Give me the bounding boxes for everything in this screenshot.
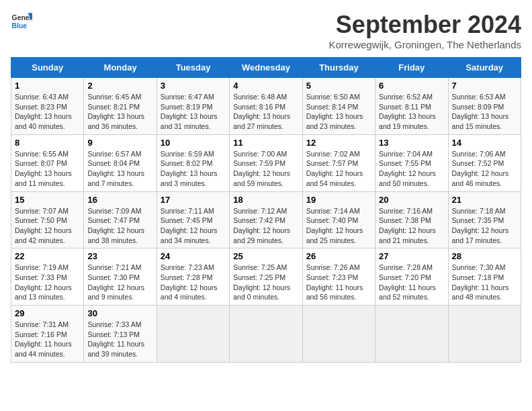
day-number: 20 <box>379 195 444 205</box>
calendar-cell: 29Sunrise: 7:31 AMSunset: 7:16 PMDayligh… <box>11 306 84 363</box>
day-number: 10 <box>161 138 226 148</box>
day-number: 16 <box>87 195 152 205</box>
day-detail: Sunrise: 7:19 AMSunset: 7:33 PMDaylight:… <box>15 263 80 302</box>
day-number: 4 <box>233 81 298 91</box>
day-detail: Sunrise: 7:04 AMSunset: 7:55 PMDaylight:… <box>379 149 444 189</box>
calendar-cell: 28Sunrise: 7:30 AMSunset: 7:18 PMDayligh… <box>448 248 521 306</box>
calendar-header-row: SundayMondayTuesdayWednesdayThursdayFrid… <box>11 58 521 78</box>
day-detail: Sunrise: 7:14 AMSunset: 7:40 PMDaylight:… <box>306 206 371 246</box>
calendar-cell: 14Sunrise: 7:06 AMSunset: 7:52 PMDayligh… <box>448 134 521 191</box>
calendar-table: SundayMondayTuesdayWednesdayThursdayFrid… <box>11 57 521 363</box>
calendar-cell <box>448 306 521 363</box>
day-detail: Sunrise: 7:02 AMSunset: 7:57 PMDaylight:… <box>306 149 371 189</box>
calendar-cell: 10Sunrise: 6:59 AMSunset: 8:02 PMDayligh… <box>157 134 229 191</box>
calendar-cell: 12Sunrise: 7:02 AMSunset: 7:57 PMDayligh… <box>302 134 375 191</box>
day-number: 25 <box>233 251 298 261</box>
day-detail: Sunrise: 6:43 AMSunset: 8:23 PMDaylight:… <box>15 92 80 132</box>
day-detail: Sunrise: 7:18 AMSunset: 7:35 PMDaylight:… <box>452 206 517 246</box>
calendar-cell: 3Sunrise: 6:47 AMSunset: 8:19 PMDaylight… <box>157 78 229 135</box>
day-detail: Sunrise: 7:30 AMSunset: 7:18 PMDaylight:… <box>452 263 517 302</box>
header-monday: Monday <box>84 58 157 78</box>
calendar-cell: 8Sunrise: 6:55 AMSunset: 8:07 PMDaylight… <box>11 134 84 191</box>
day-number: 13 <box>379 138 444 148</box>
header-sunday: Sunday <box>11 58 84 78</box>
day-number: 29 <box>15 308 80 318</box>
day-number: 27 <box>379 251 444 261</box>
calendar-week-3: 15Sunrise: 7:07 AMSunset: 7:50 PMDayligh… <box>11 191 521 248</box>
calendar-cell: 25Sunrise: 7:25 AMSunset: 7:25 PMDayligh… <box>230 248 302 306</box>
calendar-cell: 11Sunrise: 7:00 AMSunset: 7:59 PMDayligh… <box>230 134 302 191</box>
day-detail: Sunrise: 7:07 AMSunset: 7:50 PMDaylight:… <box>15 206 80 246</box>
calendar-cell: 22Sunrise: 7:19 AMSunset: 7:33 PMDayligh… <box>11 248 84 306</box>
day-detail: Sunrise: 6:55 AMSunset: 8:07 PMDaylight:… <box>15 149 80 189</box>
day-number: 3 <box>161 81 226 91</box>
calendar-cell: 7Sunrise: 6:53 AMSunset: 8:09 PMDaylight… <box>448 78 521 135</box>
calendar-cell: 20Sunrise: 7:16 AMSunset: 7:38 PMDayligh… <box>375 191 448 248</box>
day-number: 22 <box>15 251 80 261</box>
calendar-cell: 9Sunrise: 6:57 AMSunset: 8:04 PMDaylight… <box>84 134 157 191</box>
calendar-cell: 4Sunrise: 6:48 AMSunset: 8:16 PMDaylight… <box>230 78 302 135</box>
location-subtitle: Korrewegwijk, Groningen, The Netherlands <box>328 39 521 50</box>
day-detail: Sunrise: 6:59 AMSunset: 8:02 PMDaylight:… <box>161 149 226 189</box>
calendar-cell: 1Sunrise: 6:43 AMSunset: 8:23 PMDaylight… <box>11 78 84 135</box>
day-number: 9 <box>87 138 152 148</box>
day-detail: Sunrise: 6:57 AMSunset: 8:04 PMDaylight:… <box>87 149 152 189</box>
month-title: September 2024 <box>328 11 521 39</box>
svg-text:Blue: Blue <box>12 22 28 30</box>
day-number: 5 <box>306 81 371 91</box>
day-number: 15 <box>15 195 80 205</box>
calendar-cell: 2Sunrise: 6:45 AMSunset: 8:21 PMDaylight… <box>84 78 157 135</box>
day-detail: Sunrise: 7:26 AMSunset: 7:23 PMDaylight:… <box>306 263 371 302</box>
calendar-cell <box>230 306 302 363</box>
day-number: 24 <box>161 251 226 261</box>
day-detail: Sunrise: 7:11 AMSunset: 7:45 PMDaylight:… <box>161 206 226 246</box>
day-number: 26 <box>306 251 371 261</box>
day-number: 30 <box>87 308 152 318</box>
day-detail: Sunrise: 6:53 AMSunset: 8:09 PMDaylight:… <box>452 92 517 132</box>
day-detail: Sunrise: 7:23 AMSunset: 7:28 PMDaylight:… <box>161 263 226 302</box>
day-detail: Sunrise: 7:25 AMSunset: 7:25 PMDaylight:… <box>233 263 298 302</box>
day-detail: Sunrise: 6:48 AMSunset: 8:16 PMDaylight:… <box>233 92 298 132</box>
day-number: 23 <box>87 251 152 261</box>
day-detail: Sunrise: 7:33 AMSunset: 7:13 PMDaylight:… <box>87 320 152 359</box>
day-number: 6 <box>379 81 444 91</box>
calendar-cell: 18Sunrise: 7:12 AMSunset: 7:42 PMDayligh… <box>230 191 302 248</box>
day-number: 1 <box>15 81 80 91</box>
logo-icon: General Blue <box>11 11 32 32</box>
day-number: 7 <box>452 81 517 91</box>
day-detail: Sunrise: 7:28 AMSunset: 7:20 PMDaylight:… <box>379 263 444 302</box>
day-detail: Sunrise: 7:09 AMSunset: 7:47 PMDaylight:… <box>87 206 152 246</box>
day-number: 17 <box>161 195 226 205</box>
calendar-cell: 24Sunrise: 7:23 AMSunset: 7:28 PMDayligh… <box>157 248 229 306</box>
calendar-cell: 19Sunrise: 7:14 AMSunset: 7:40 PMDayligh… <box>302 191 375 248</box>
day-detail: Sunrise: 6:45 AMSunset: 8:21 PMDaylight:… <box>87 92 152 132</box>
calendar-cell: 23Sunrise: 7:21 AMSunset: 7:30 PMDayligh… <box>84 248 157 306</box>
calendar-cell: 15Sunrise: 7:07 AMSunset: 7:50 PMDayligh… <box>11 191 84 248</box>
day-number: 11 <box>233 138 298 148</box>
header-saturday: Saturday <box>448 58 521 78</box>
calendar-cell: 21Sunrise: 7:18 AMSunset: 7:35 PMDayligh… <box>448 191 521 248</box>
day-number: 21 <box>452 195 517 205</box>
header-friday: Friday <box>375 58 448 78</box>
calendar-cell: 5Sunrise: 6:50 AMSunset: 8:14 PMDaylight… <box>302 78 375 135</box>
day-detail: Sunrise: 6:52 AMSunset: 8:11 PMDaylight:… <box>379 92 444 132</box>
calendar-cell: 13Sunrise: 7:04 AMSunset: 7:55 PMDayligh… <box>375 134 448 191</box>
calendar-week-5: 29Sunrise: 7:31 AMSunset: 7:16 PMDayligh… <box>11 306 521 363</box>
header-thursday: Thursday <box>302 58 375 78</box>
title-block: September 2024 Korrewegwijk, Groningen, … <box>328 11 521 50</box>
calendar-cell: 6Sunrise: 6:52 AMSunset: 8:11 PMDaylight… <box>375 78 448 135</box>
day-number: 18 <box>233 195 298 205</box>
day-detail: Sunrise: 7:00 AMSunset: 7:59 PMDaylight:… <box>233 149 298 189</box>
day-number: 8 <box>15 138 80 148</box>
day-detail: Sunrise: 7:16 AMSunset: 7:38 PMDaylight:… <box>379 206 444 246</box>
day-number: 14 <box>452 138 517 148</box>
day-number: 2 <box>87 81 152 91</box>
calendar-cell <box>157 306 229 363</box>
calendar-week-1: 1Sunrise: 6:43 AMSunset: 8:23 PMDaylight… <box>11 78 521 135</box>
header-wednesday: Wednesday <box>230 58 302 78</box>
calendar-cell: 30Sunrise: 7:33 AMSunset: 7:13 PMDayligh… <box>84 306 157 363</box>
calendar-cell: 16Sunrise: 7:09 AMSunset: 7:47 PMDayligh… <box>84 191 157 248</box>
day-detail: Sunrise: 7:06 AMSunset: 7:52 PMDaylight:… <box>452 149 517 189</box>
calendar-cell: 17Sunrise: 7:11 AMSunset: 7:45 PMDayligh… <box>157 191 229 248</box>
page-header: General Blue September 2024 Korrewegwijk… <box>11 11 521 50</box>
